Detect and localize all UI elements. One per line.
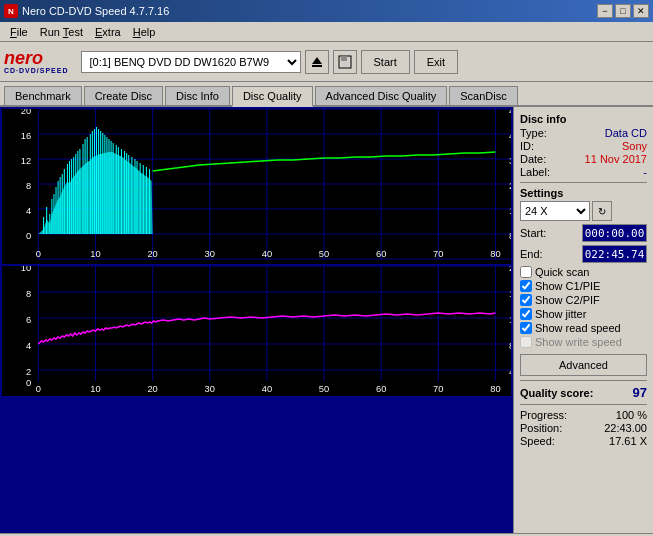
svg-text:20: 20 xyxy=(21,109,31,116)
end-time-input[interactable] xyxy=(582,245,647,263)
advanced-button[interactable]: Advanced xyxy=(520,354,647,376)
svg-text:20: 20 xyxy=(147,249,157,259)
show-c2-pif-label: Show C2/PIF xyxy=(535,294,600,306)
menu-item-run-test[interactable]: Run Test xyxy=(34,24,89,40)
svg-text:2: 2 xyxy=(26,367,31,377)
position-value: 22:43.00 xyxy=(604,422,647,434)
type-value: Data CD xyxy=(605,127,647,139)
bottom-chart: 10 8 6 4 2 0 20 16 12 8 4 0 10 20 30 40 … xyxy=(2,266,511,396)
svg-text:4: 4 xyxy=(509,367,511,377)
speed-label: Speed: xyxy=(520,435,555,447)
show-read-speed-checkbox[interactable] xyxy=(520,322,532,334)
svg-text:6: 6 xyxy=(26,315,31,325)
svg-text:16: 16 xyxy=(21,131,31,141)
app-icon: N xyxy=(4,4,18,18)
show-read-speed-label: Show read speed xyxy=(535,322,621,334)
svg-text:8: 8 xyxy=(26,289,31,299)
start-label: Start: xyxy=(520,227,546,239)
tab-benchmark[interactable]: Benchmark xyxy=(4,86,82,105)
menu-item-help[interactable]: Help xyxy=(127,24,162,40)
progress-value: 100 % xyxy=(616,409,647,421)
svg-text:0: 0 xyxy=(36,384,41,394)
quality-score-section: Quality score: 97 xyxy=(520,385,647,400)
svg-text:30: 30 xyxy=(205,249,215,259)
menu-bar: File Run Test Extra Help xyxy=(0,22,653,42)
eject-icon[interactable] xyxy=(305,50,329,74)
svg-text:60: 60 xyxy=(376,249,386,259)
svg-rect-4 xyxy=(342,62,348,67)
date-label: Date: xyxy=(520,153,546,165)
menu-item-file[interactable]: File xyxy=(4,24,34,40)
show-c1-pie-checkbox[interactable] xyxy=(520,280,532,292)
tab-advanced-disc-quality[interactable]: Advanced Disc Quality xyxy=(315,86,448,105)
svg-text:50: 50 xyxy=(319,384,329,394)
svg-text:70: 70 xyxy=(433,384,443,394)
tab-disc-quality[interactable]: Disc Quality xyxy=(232,86,313,107)
date-value: 11 Nov 2017 xyxy=(585,153,647,165)
app-title: Nero CD-DVD Speed 4.7.7.16 xyxy=(22,5,169,17)
maximize-button[interactable]: □ xyxy=(615,4,631,18)
svg-text:40: 40 xyxy=(262,249,272,259)
toolbar: nero CD·DVD/SPEED [0:1] BENQ DVD DD DW16… xyxy=(0,42,653,82)
quick-scan-checkbox[interactable] xyxy=(520,266,532,278)
svg-text:0: 0 xyxy=(26,231,31,241)
tab-create-disc[interactable]: Create Disc xyxy=(84,86,163,105)
type-label: Type: xyxy=(520,127,547,139)
show-jitter-checkbox[interactable] xyxy=(520,308,532,320)
svg-text:10: 10 xyxy=(90,249,100,259)
id-value: Sony xyxy=(622,140,647,152)
quality-score-label: Quality score: xyxy=(520,387,593,399)
svg-text:0: 0 xyxy=(26,378,31,388)
tab-scan-disc[interactable]: ScanDisc xyxy=(449,86,517,105)
disc-info-section: Disc info Type: Data CD ID: Sony Date: 1… xyxy=(520,113,647,178)
tab-disc-info[interactable]: Disc Info xyxy=(165,86,230,105)
show-write-speed-checkbox[interactable] xyxy=(520,336,532,348)
show-jitter-label: Show jitter xyxy=(535,308,586,320)
svg-text:12: 12 xyxy=(21,156,31,166)
svg-text:16: 16 xyxy=(509,289,511,299)
start-button[interactable]: Start xyxy=(361,50,410,74)
svg-text:0: 0 xyxy=(36,249,41,259)
tab-bar: Benchmark Create Disc Disc Info Disc Qua… xyxy=(0,82,653,107)
svg-text:8: 8 xyxy=(26,181,31,191)
quick-scan-label: Quick scan xyxy=(535,266,589,278)
show-c1-pie-label: Show C1/PIE xyxy=(535,280,600,292)
quality-score-value: 97 xyxy=(633,385,647,400)
svg-text:8: 8 xyxy=(509,341,511,351)
svg-rect-1 xyxy=(312,65,322,67)
svg-text:4: 4 xyxy=(26,341,31,351)
id-label: ID: xyxy=(520,140,534,152)
svg-text:4: 4 xyxy=(26,206,31,216)
drive-select[interactable]: [0:1] BENQ DVD DD DW1620 B7W9 xyxy=(81,51,301,73)
show-write-speed-label: Show write speed xyxy=(535,336,622,348)
settings-title: Settings xyxy=(520,187,647,199)
svg-text:10: 10 xyxy=(90,384,100,394)
speed-select[interactable]: 24 X Maximum 4 X 8 X 16 X 32 X xyxy=(520,201,590,221)
close-button[interactable]: ✕ xyxy=(633,4,649,18)
settings-section: Settings 24 X Maximum 4 X 8 X 16 X 32 X … xyxy=(520,187,647,376)
end-label: End: xyxy=(520,248,543,260)
label-value: - xyxy=(643,166,647,178)
exit-button[interactable]: Exit xyxy=(414,50,458,74)
svg-text:50: 50 xyxy=(319,249,329,259)
minimize-button[interactable]: − xyxy=(597,4,613,18)
svg-text:12: 12 xyxy=(509,315,511,325)
save-icon[interactable] xyxy=(333,50,357,74)
start-time-input[interactable] xyxy=(582,224,647,242)
svg-text:70: 70 xyxy=(433,249,443,259)
position-label: Position: xyxy=(520,422,562,434)
label-label: Label: xyxy=(520,166,550,178)
title-bar: N Nero CD-DVD Speed 4.7.7.16 − □ ✕ xyxy=(0,0,653,22)
menu-item-extra[interactable]: Extra xyxy=(89,24,127,40)
show-c2-pif-checkbox[interactable] xyxy=(520,294,532,306)
refresh-button[interactable]: ↻ xyxy=(592,201,612,221)
chart-area: 20 16 12 8 4 0 48 40 32 24 16 8 0 10 20 … xyxy=(0,107,513,533)
top-chart: 20 16 12 8 4 0 48 40 32 24 16 8 0 10 20 … xyxy=(2,109,511,264)
svg-text:32: 32 xyxy=(509,156,511,166)
logo-sub: CD·DVD/SPEED xyxy=(4,67,69,74)
svg-text:60: 60 xyxy=(376,384,386,394)
svg-text:20: 20 xyxy=(509,266,511,273)
svg-text:10: 10 xyxy=(21,266,31,273)
disc-info-title: Disc info xyxy=(520,113,647,125)
progress-section: Progress: 100 % Position: 22:43.00 Speed… xyxy=(520,409,647,447)
